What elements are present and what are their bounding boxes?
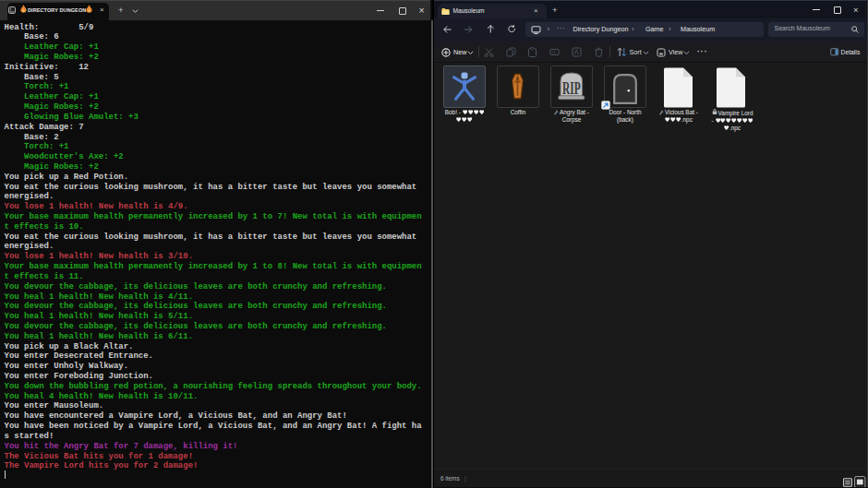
svg-text:RIP: RIP: [562, 78, 581, 98]
